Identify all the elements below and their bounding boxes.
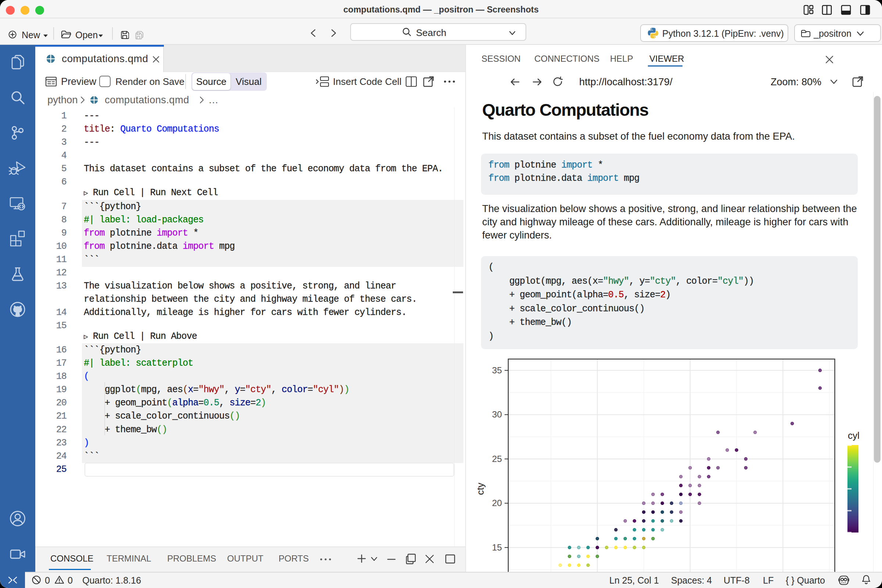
svg-text:15: 15 [492, 542, 502, 552]
svg-text:20: 20 [492, 498, 502, 508]
svg-text:30: 30 [492, 410, 502, 419]
svg-text:35: 35 [492, 365, 502, 375]
svg-text:cty: cty [475, 483, 486, 495]
svg-text:25: 25 [492, 454, 502, 464]
svg-text:cyl: cyl [848, 430, 860, 441]
